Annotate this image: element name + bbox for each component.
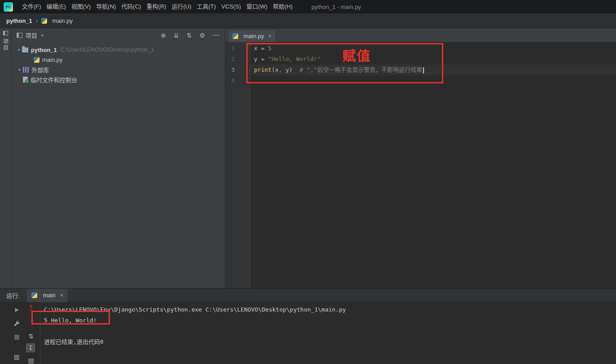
project-view-icon (17, 33, 22, 38)
console-exit-line: 进程已结束,退出代码0 (44, 337, 612, 347)
menu-item-tools[interactable]: 工具(T) (194, 0, 218, 13)
expand-collapse-button[interactable]: ⇅ (187, 32, 192, 39)
python-file-icon (232, 33, 238, 39)
wrench-icon (13, 320, 20, 327)
settings-gear-icon[interactable]: ⚙ (199, 32, 205, 39)
menu-item-code[interactable]: 代码(C) (118, 0, 144, 13)
tree-main-py-label: main.py (42, 56, 63, 63)
code-token: # ","后空一格不会显示警告，不影响运行结果 (293, 66, 422, 73)
code-area[interactable]: x = 5 y = "Hello, World!" print(x, y) # … (250, 42, 616, 288)
code-line-1: x = 5 (250, 43, 616, 54)
code-token: 5 (268, 45, 271, 52)
navigate-stacktrace-button[interactable]: ⇅ (26, 332, 35, 341)
restore-layout-button[interactable]: ▥ (12, 352, 21, 361)
tab-main-py[interactable]: main.py × (228, 30, 276, 42)
menu-item-edit[interactable]: 编辑(E) (44, 0, 69, 13)
scratches-icon (23, 77, 28, 82)
scroll-to-end-button[interactable]: ↧ (26, 343, 35, 352)
tree-item-project-root[interactable]: ▾ python_1 C:\Users\LENOVO\Desktop\pytho… (11, 45, 225, 55)
text-caret (423, 67, 424, 74)
run-toolbar: ▥ ⇅ ↧ ▤ (0, 302, 40, 364)
menu-item-vcs[interactable]: VCS(S) (218, 0, 244, 13)
titlebar: PC 文件(F) 编辑(E) 视图(V) 导航(N) 代码(C) 重构(R) 运… (0, 0, 616, 13)
code-line-4 (250, 75, 616, 86)
left-tool-stripe: 项目 (0, 28, 11, 288)
menu-item-run[interactable]: 运行(U) (169, 0, 194, 13)
code-token: , (279, 66, 282, 73)
editor-gutter[interactable]: 1 2 3 4 (225, 42, 250, 288)
console-blank-line (44, 326, 612, 337)
settings-wrench-button[interactable] (12, 319, 21, 328)
breadcrumb-file[interactable]: main.py (52, 17, 73, 24)
line-number[interactable]: 3 (225, 65, 250, 75)
menu-item-file[interactable]: 文件(F) (19, 0, 44, 13)
line-number[interactable]: 4 (225, 75, 250, 86)
run-console[interactable]: C:\Users\LENOVO\Env\Django\Scripts\pytho… (40, 302, 616, 364)
line-number[interactable]: 1 (225, 43, 250, 54)
console-output-line: 5 Hello, World! (44, 315, 612, 326)
close-icon[interactable]: × (60, 292, 64, 299)
play-icon (14, 307, 20, 313)
project-stripe-button[interactable]: 项目 (2, 39, 9, 51)
editor-column: main.py × 1 2 3 4 x = 5 y = "Hello, Worl… (225, 28, 616, 288)
chevron-right-icon: › (36, 17, 38, 24)
breadcrumb: python_1 › main.py (0, 13, 616, 28)
locate-file-button[interactable]: ⊕ (161, 32, 166, 39)
pycharm-logo-icon: PC (4, 2, 13, 12)
code-line-2: y = "Hello, World!" (250, 54, 616, 65)
run-body: ▥ ⇅ ↧ ▤ C:\Users\LENOVO\Env\Django\Scrip… (0, 302, 616, 364)
menubar: 文件(F) 编辑(E) 视图(V) 导航(N) 代码(C) 重构(R) 运行(U… (19, 0, 295, 13)
run-label: 运行: (6, 291, 20, 299)
run-tool-window: 运行: main × ▥ ⇅ ↧ ▤ C:\Users\LENOVO\Env\D… (0, 288, 616, 364)
menu-item-navigate[interactable]: 导航(N) (93, 0, 118, 13)
run-tab-label: main (43, 292, 56, 299)
project-panel-title: 项目 (26, 31, 37, 39)
hide-panel-button[interactable]: — (213, 31, 219, 38)
code-token: y = (254, 56, 268, 62)
tree-scratches-label: 临时文件和控制台 (31, 75, 77, 84)
tree-item-external-libraries[interactable]: ▸ 外部库 (11, 65, 225, 74)
breadcrumb-project[interactable]: python_1 (6, 17, 32, 24)
library-icon (23, 67, 29, 73)
menu-item-view[interactable]: 视图(V) (69, 0, 93, 13)
python-run-icon (31, 292, 37, 298)
annotation-label-assignment: 赋值 (342, 45, 371, 65)
menu-item-window[interactable]: 窗口(W) (244, 0, 270, 13)
console-command-line: C:\Users\LENOVO\Env\Django\Scripts\pytho… (44, 304, 612, 315)
close-icon[interactable]: × (268, 33, 272, 39)
chevron-down-icon[interactable]: ▾ (16, 48, 22, 52)
chevron-right-icon[interactable]: ▸ (17, 67, 23, 72)
stop-button[interactable] (12, 333, 21, 342)
pycharm-logo-text: PC (6, 5, 11, 9)
tab-label: main.py (244, 33, 264, 39)
collapse-all-button[interactable]: ⇊ (174, 32, 179, 39)
annotation-up-arrow-icon: ↑ (28, 301, 34, 313)
menu-item-help[interactable]: 帮助(H) (270, 0, 295, 13)
line-number[interactable]: 2 (225, 54, 250, 65)
python-file-icon (34, 57, 39, 63)
run-header: 运行: main × (0, 289, 616, 302)
project-tree: ▾ python_1 C:\Users\LENOVO\Desktop\pytho… (11, 42, 225, 84)
rerun-button[interactable] (12, 305, 21, 314)
chevron-down-icon: ▾ (41, 33, 44, 38)
tree-root-label: python_1 (31, 47, 57, 53)
code-editor[interactable]: 1 2 3 4 x = 5 y = "Hello, World!" print(… (225, 42, 616, 288)
code-token: (x (271, 66, 279, 73)
editor-tab-bar: main.py × (225, 28, 616, 42)
tab-run-main[interactable]: main × (27, 289, 68, 302)
tree-root-path: C:\Users\LENOVO\Desktop\python_1 (61, 47, 154, 53)
stop-icon (14, 335, 19, 340)
code-token: y) (282, 66, 293, 73)
tree-item-main-py[interactable]: main.py (11, 55, 225, 65)
tree-item-scratches[interactable]: 临时文件和控制台 (11, 74, 225, 84)
print-button[interactable]: ▤ (26, 356, 35, 364)
project-panel-actions: ⊕ ⇊ ⇅ ⚙ — (161, 32, 219, 39)
folder-icon (22, 48, 28, 52)
project-panel-toolbar: 项目 ▾ ⊕ ⇊ ⇅ ⚙ — (11, 28, 225, 42)
python-file-icon (41, 18, 47, 24)
code-token: print (254, 66, 271, 73)
menu-item-refactor[interactable]: 重构(R) (144, 0, 169, 13)
project-panel: 项目 ▾ ⊕ ⇊ ⇅ ⚙ — ▾ python_1 C:\Users\LENOV… (11, 28, 225, 288)
tree-external-libraries-label: 外部库 (31, 65, 49, 74)
project-view-selector[interactable]: 项目 ▾ (17, 31, 44, 39)
